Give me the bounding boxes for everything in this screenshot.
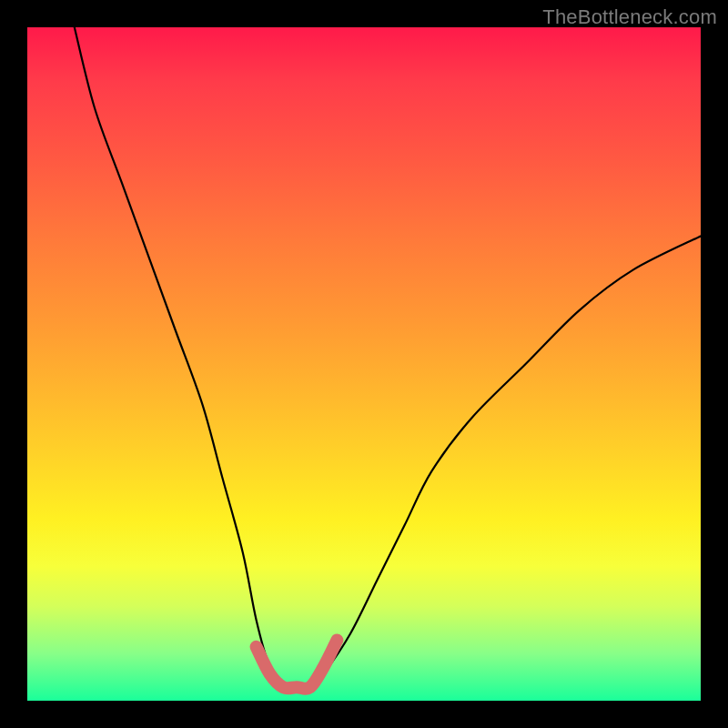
bottleneck-curve bbox=[75, 27, 701, 689]
chart-plot-area bbox=[27, 27, 701, 701]
highlight-trough bbox=[257, 640, 338, 688]
watermark-text: TheBottleneck.com bbox=[542, 5, 717, 29]
chart-outer-frame: TheBottleneck.com bbox=[0, 0, 728, 728]
chart-svg bbox=[27, 27, 701, 701]
